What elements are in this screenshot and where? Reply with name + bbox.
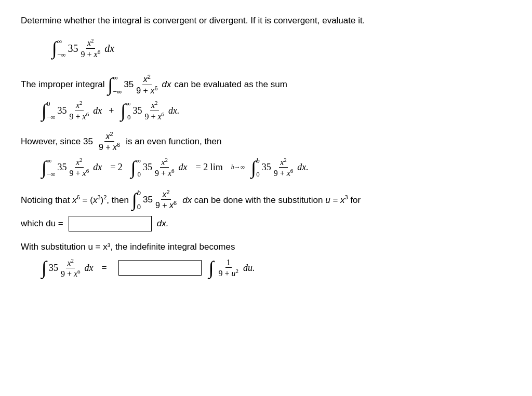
den-10: 9 + u2 <box>218 268 240 278</box>
frac-4: x2 9 + x6 <box>143 100 165 121</box>
int-0-inf: ∫ ∞ 0 35 x2 9 + x6 dx. <box>121 100 179 121</box>
plus-sign: + <box>109 105 114 116</box>
section-indefinite: With substitution u = x³, the indefinite… <box>21 242 511 279</box>
which-du-text: which du = <box>21 219 63 229</box>
noticing-text: Noticing that x6 = (x3)2, then <box>21 194 129 206</box>
num-6: x2 <box>160 157 169 168</box>
num-even: x2 <box>104 131 114 142</box>
num-10: 1 <box>225 258 232 268</box>
coeff-9: 35 <box>49 263 58 274</box>
problem-statement: Determine whether the integral is conver… <box>21 16 511 26</box>
with-sub-line: With substitution u = x³, the indefinite… <box>21 242 511 252</box>
den-8: 9 + x6 <box>154 200 178 210</box>
limits-7: b 0 <box>256 157 260 179</box>
lower-4: 0 <box>127 113 131 121</box>
even-function-line: However, since 35 x2 9 + x6 is an even f… <box>21 131 511 153</box>
upper-2: ∞ <box>113 74 117 81</box>
dx-7: dx. <box>297 162 309 173</box>
coeff-7: 35 <box>262 162 271 173</box>
int-indef-left: ∫ 35 x2 9 + x6 dx <box>42 257 94 279</box>
main-integral: ∫ ∞ −∞ 35 x2 9 + x6 dx <box>52 37 114 59</box>
den-9: 9 + x6 <box>60 268 82 279</box>
sub-text: dx can be done with the substitution u =… <box>182 194 361 206</box>
eq2: = 2 lim <box>196 162 223 173</box>
upper-limit: ∞ <box>57 37 62 46</box>
den-5: 9 + x6 <box>68 168 90 178</box>
denominator: 9 + x6 <box>79 49 101 59</box>
eq1: = 2 <box>110 162 123 173</box>
num-2: x2 <box>142 74 152 85</box>
int-even-left: ∫ ∞ −∞ 35 x2 9 + x6 dx <box>42 157 102 179</box>
int-sym-9: ∫ <box>42 258 47 277</box>
lower-limit: −∞ <box>57 51 66 59</box>
dx-label: dx <box>104 43 114 54</box>
numerator: x2 <box>86 37 95 48</box>
limits-2: ∞ −∞ <box>113 74 122 95</box>
dx-2: dx <box>162 79 171 90</box>
noticing-line: Noticing that x6 = (x3)2, then ∫ b 0 35 … <box>21 189 511 211</box>
int-noticing: ∫ b 0 35 x2 9 + x6 <box>132 189 179 211</box>
frac-5: x2 9 + x6 <box>68 157 90 179</box>
main-fraction: x2 9 + x6 <box>79 37 101 59</box>
dx-after-du: dx. <box>157 219 169 229</box>
indefinite-integral-eq: ∫ 35 x2 9 + x6 dx = ∫ 1 9 + u2 du. <box>42 257 511 279</box>
int-sym-6: ∫ <box>131 158 136 177</box>
num-8: x2 <box>161 189 170 200</box>
num-7: x2 <box>279 157 288 168</box>
dx-5: dx <box>93 162 102 173</box>
main-limits: ∞ −∞ <box>57 37 66 59</box>
eq-indef: = <box>102 263 107 274</box>
int-sym-3: ∫ <box>42 101 47 120</box>
den-7: 9 + x6 <box>273 168 295 178</box>
coeff-2: 35 <box>124 79 134 90</box>
limits-3: 0 −∞ <box>47 100 56 121</box>
dx-9: dx <box>85 263 94 274</box>
coeff-8: 35 <box>143 195 153 205</box>
coeff-input[interactable] <box>118 260 202 276</box>
lower-8: 0 <box>137 203 141 211</box>
int-sym-10: ∫ <box>209 258 214 277</box>
du-input[interactable] <box>69 216 152 231</box>
section-improper: The improper integral ∫ ∞ −∞ 35 x2 9 + x… <box>21 74 511 121</box>
lower-6: 0 <box>137 170 141 179</box>
improper-integral: ∫ ∞ −∞ 35 x2 9 + x6 dx <box>108 74 171 95</box>
int-even-mid: ∫ ∞ 0 35 x2 9 + x6 dx <box>131 157 188 179</box>
int-sym-5: ∫ <box>42 158 47 177</box>
main-coeff: 35 <box>68 43 78 54</box>
frac-8: x2 9 + x6 <box>154 189 178 211</box>
int-neg-inf-0: ∫ 0 −∞ 35 x2 9 + x6 dx <box>42 100 102 121</box>
improper-intro-text: The improper integral <box>21 79 105 90</box>
section-even: However, since 35 x2 9 + x6 is an even f… <box>21 131 511 179</box>
frac-3: x2 9 + x6 <box>68 100 90 121</box>
upper-7: b <box>256 157 260 165</box>
limits-5: ∞ −∞ <box>47 157 56 179</box>
upper-4: ∞ <box>126 100 130 108</box>
coeff-3: 35 <box>57 105 66 116</box>
int-sym-7: ∫ <box>251 158 256 177</box>
frac-9: x2 9 + x6 <box>60 257 82 279</box>
num-4: x2 <box>150 100 159 111</box>
den-even: 9 + x6 <box>98 142 121 152</box>
upper-6: ∞ <box>136 157 141 165</box>
coeff-4: 35 <box>132 105 142 116</box>
den-2: 9 + x6 <box>135 85 158 95</box>
lim-arrow-text: b→∞ <box>231 163 245 171</box>
with-sub-text: With substitution u = x³, the indefinite… <box>21 242 235 252</box>
sum-integrals: ∫ 0 −∞ 35 x2 9 + x6 dx + ∫ ∞ 0 35 x2 9 +… <box>42 100 511 121</box>
int-sym-8: ∫ <box>132 190 137 209</box>
int-indef-right: ∫ 1 9 + u2 du. <box>209 258 255 278</box>
improper-line: The improper integral ∫ ∞ −∞ 35 x2 9 + x… <box>21 74 511 95</box>
frac-10: 1 9 + u2 <box>218 258 240 278</box>
du-line: which du = dx. <box>21 216 511 231</box>
frac-right-wrap: 1 9 + u2 <box>216 258 242 278</box>
even-equality: ∫ ∞ −∞ 35 x2 9 + x6 dx = 2 ∫ ∞ 0 35 x2 9… <box>42 157 511 179</box>
dx-4: dx. <box>168 105 180 116</box>
section-substitution: Noticing that x6 = (x3)2, then ∫ b 0 35 … <box>21 189 511 231</box>
however-text: However, since 35 <box>21 136 93 147</box>
lower-3: −∞ <box>47 113 56 121</box>
upper-3: 0 <box>47 100 50 108</box>
du-label-end: du. <box>243 263 255 274</box>
num-3: x2 <box>75 100 84 111</box>
num-5: x2 <box>75 157 84 168</box>
lim-sub: b→∞ <box>231 163 245 171</box>
